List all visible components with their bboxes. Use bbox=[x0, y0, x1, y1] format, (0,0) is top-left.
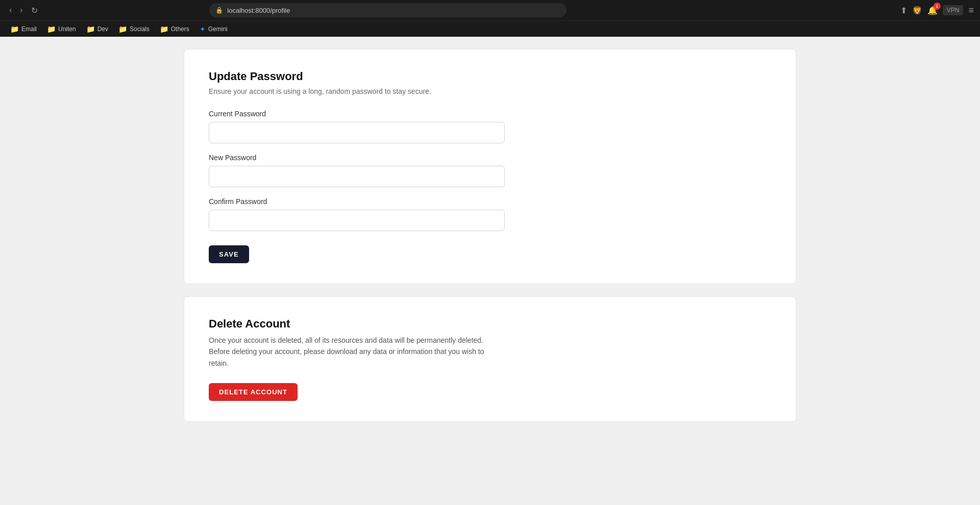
delete-account-card: Delete Account Once your account is dele… bbox=[184, 296, 796, 422]
confirm-password-group: Confirm Password bbox=[209, 197, 771, 231]
bookmark-socials[interactable]: 📁 Socials bbox=[114, 23, 154, 35]
url-text: localhost:8000/profile bbox=[227, 7, 290, 14]
bookmark-email-label: Email bbox=[21, 26, 37, 33]
bookmarks-bar: 📁 Email 📁 Uniten 📁 Dev 📁 Socials 📁 Other… bbox=[0, 20, 980, 37]
menu-icon[interactable]: ≡ bbox=[968, 5, 974, 16]
folder-icon-socials: 📁 bbox=[118, 25, 127, 33]
share-icon[interactable]: ⬆ bbox=[900, 6, 907, 15]
vpn-button[interactable]: VPN bbox=[943, 5, 964, 15]
delete-account-title: Delete Account bbox=[209, 317, 771, 331]
update-password-card: Update Password Ensure your account is u… bbox=[184, 49, 796, 284]
refresh-button[interactable]: ↻ bbox=[28, 4, 41, 17]
address-bar[interactable]: 🔒 localhost:8000/profile bbox=[209, 3, 567, 17]
forward-button[interactable]: › bbox=[17, 4, 26, 17]
brave-shield-icon[interactable]: 🦁 bbox=[912, 6, 922, 15]
confirm-password-label: Confirm Password bbox=[209, 197, 771, 206]
current-password-group: Current Password bbox=[209, 110, 771, 143]
delete-description-line1: Once your account is deleted, all of its… bbox=[209, 336, 483, 344]
confirm-password-input[interactable] bbox=[209, 210, 505, 231]
new-password-label: New Password bbox=[209, 154, 771, 162]
notification-count: 1 bbox=[934, 3, 941, 10]
current-password-label: Current Password bbox=[209, 110, 771, 118]
bookmark-others[interactable]: 📁 Others bbox=[156, 23, 193, 35]
browser-actions: ⬆ 🦁 🔔 1 VPN ≡ bbox=[900, 5, 974, 16]
delete-account-button[interactable]: DELETE ACCOUNT bbox=[209, 383, 298, 401]
delete-account-description: Once your account is deleted, all of its… bbox=[209, 335, 484, 369]
gemini-icon: ✦ bbox=[200, 25, 206, 33]
bookmark-uniten[interactable]: 📁 Uniten bbox=[43, 23, 80, 35]
page-content: Update Password Ensure your account is u… bbox=[0, 37, 980, 505]
bookmark-gemini[interactable]: ✦ Gemini bbox=[195, 23, 232, 35]
bookmark-others-label: Others bbox=[171, 26, 189, 33]
current-password-input[interactable] bbox=[209, 122, 505, 143]
bookmark-dev-label: Dev bbox=[97, 26, 108, 33]
delete-description-line2: Before deleting your account, please dow… bbox=[209, 347, 484, 367]
main-container: Update Password Ensure your account is u… bbox=[184, 49, 796, 493]
update-password-description: Ensure your account is using a long, ran… bbox=[209, 87, 771, 95]
update-password-title: Update Password bbox=[209, 70, 771, 83]
folder-icon-others: 📁 bbox=[160, 25, 168, 33]
folder-icon-uniten: 📁 bbox=[47, 25, 56, 33]
bookmark-dev[interactable]: 📁 Dev bbox=[82, 23, 112, 35]
folder-icon-email: 📁 bbox=[10, 25, 19, 33]
notification-area[interactable]: 🔔 1 bbox=[927, 6, 938, 15]
bookmark-gemini-label: Gemini bbox=[208, 26, 228, 33]
bookmark-email[interactable]: 📁 Email bbox=[6, 23, 41, 35]
nav-buttons: ‹ › ↻ bbox=[6, 4, 41, 17]
new-password-group: New Password bbox=[209, 154, 771, 187]
back-button[interactable]: ‹ bbox=[6, 4, 15, 17]
browser-chrome: ‹ › ↻ 🔒 localhost:8000/profile ⬆ 🦁 🔔 1 V… bbox=[0, 0, 980, 20]
folder-icon-dev: 📁 bbox=[86, 25, 95, 33]
lock-icon: 🔒 bbox=[215, 7, 223, 14]
bookmark-socials-label: Socials bbox=[130, 26, 150, 33]
new-password-input[interactable] bbox=[209, 166, 505, 187]
bookmark-uniten-label: Uniten bbox=[58, 26, 76, 33]
save-button[interactable]: SAVE bbox=[209, 245, 249, 263]
